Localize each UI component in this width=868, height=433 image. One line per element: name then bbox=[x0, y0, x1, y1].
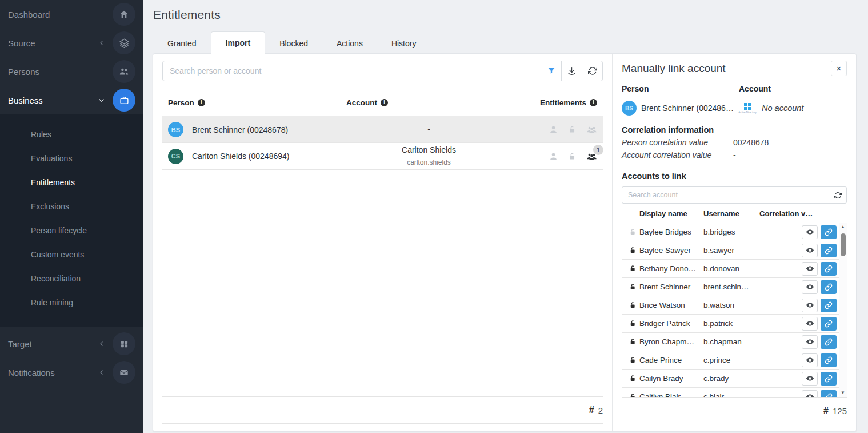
submenu-item-custom-events[interactable]: Custom events bbox=[0, 243, 143, 267]
download-button[interactable] bbox=[561, 61, 582, 81]
account-row[interactable]: Baylee Sawyer b.sawyer bbox=[622, 241, 847, 260]
search-input[interactable] bbox=[162, 61, 541, 81]
accounts-table-body: Baylee Bridges b.bridges Baylee Sawyer b… bbox=[622, 223, 847, 397]
info-icon[interactable]: i bbox=[381, 99, 388, 106]
account-secondary: carlton.shields bbox=[407, 158, 451, 167]
account-row[interactable]: Brice Watson b.watson bbox=[622, 296, 847, 315]
accounts-scrollbar[interactable]: ▲ ▼ bbox=[839, 223, 847, 397]
account-row[interactable]: Caitlyn Blair c.blair bbox=[622, 388, 847, 397]
view-account-button[interactable] bbox=[802, 244, 818, 257]
unlock-icon[interactable] bbox=[567, 125, 577, 134]
sidebar-item-source[interactable]: Source bbox=[0, 29, 143, 57]
account-username: b.chapman bbox=[703, 337, 759, 346]
link-account-button[interactable] bbox=[821, 244, 837, 257]
accounts-refresh-button[interactable] bbox=[829, 186, 847, 204]
submenu-item-exclusions[interactable]: Exclusions bbox=[0, 194, 143, 219]
link-account-button[interactable] bbox=[821, 317, 837, 331]
tab-granted[interactable]: Granted bbox=[153, 33, 211, 55]
column-person: Person bbox=[168, 98, 194, 107]
link-account-button[interactable] bbox=[821, 262, 837, 276]
close-button[interactable]: × bbox=[831, 61, 847, 76]
link-account-button[interactable] bbox=[821, 299, 837, 312]
submenu-item-evaluations[interactable]: Evaluations bbox=[0, 146, 143, 170]
refresh-button[interactable] bbox=[582, 61, 603, 81]
sidebar-item-notifications[interactable]: Notifications bbox=[0, 358, 143, 387]
view-account-button[interactable] bbox=[802, 262, 818, 276]
submenu-item-entitlements[interactable]: Entitlements bbox=[0, 170, 143, 194]
account-search-input[interactable] bbox=[622, 186, 829, 204]
link-account-button[interactable] bbox=[821, 280, 837, 294]
scrollbar-thumb[interactable] bbox=[841, 233, 846, 256]
link-account-button[interactable] bbox=[821, 372, 837, 386]
table-row[interactable]: CS Carlton Shields (00248694) Carlton Sh… bbox=[162, 143, 603, 170]
unlock-icon[interactable] bbox=[567, 152, 577, 161]
view-account-button[interactable] bbox=[802, 317, 818, 331]
submenu-item-rules[interactable]: Rules bbox=[0, 122, 143, 146]
link-account-button[interactable] bbox=[821, 335, 837, 349]
account-row[interactable]: Cailyn Brady c.brady bbox=[622, 370, 847, 388]
view-account-button[interactable] bbox=[802, 353, 818, 367]
link-account-button[interactable] bbox=[821, 390, 837, 398]
person-name: Brent Schinner (00248678) bbox=[192, 125, 288, 134]
link-account-button[interactable] bbox=[821, 225, 837, 239]
account-username: b.donovan bbox=[703, 264, 759, 273]
users-icon[interactable] bbox=[113, 60, 135, 83]
content-card: Person i Account i Entitlements i BS Bre… bbox=[153, 53, 857, 432]
link-account-button[interactable] bbox=[821, 353, 837, 367]
sidebar-item-persons[interactable]: Persons bbox=[0, 57, 143, 86]
account-row[interactable]: Byron Chapm… b.chapman bbox=[622, 333, 847, 351]
unlock-icon bbox=[629, 319, 638, 328]
refresh-icon bbox=[588, 66, 597, 76]
person-icon[interactable] bbox=[549, 125, 558, 134]
avatar: BS bbox=[622, 101, 637, 116]
view-account-button[interactable] bbox=[802, 390, 818, 398]
tab-import[interactable]: Import bbox=[211, 31, 266, 55]
view-account-button[interactable] bbox=[802, 225, 818, 239]
correlation-row: Person correlation value 00248678 bbox=[622, 138, 847, 147]
submenu-item-rule-mining[interactable]: Rule mining bbox=[0, 291, 143, 315]
view-account-button[interactable] bbox=[802, 280, 818, 294]
account-row[interactable]: Bethany Dono… b.donovan bbox=[622, 260, 847, 278]
info-icon[interactable]: i bbox=[198, 99, 205, 106]
account-display-name: Byron Chapm… bbox=[639, 337, 703, 346]
person-icon[interactable] bbox=[549, 152, 558, 161]
account-display-name: Bethany Dono… bbox=[639, 264, 703, 273]
info-icon[interactable]: i bbox=[590, 99, 597, 106]
view-account-button[interactable] bbox=[802, 372, 818, 386]
sidebar-item-business[interactable]: Business bbox=[0, 86, 143, 114]
envelope-icon[interactable] bbox=[113, 361, 135, 384]
avatar: CS bbox=[168, 149, 183, 164]
sidebar-item-dashboard[interactable]: Dashboard bbox=[0, 0, 143, 29]
view-account-button[interactable] bbox=[802, 335, 818, 349]
accounts-table-footer: # 125 bbox=[622, 397, 847, 424]
home-icon[interactable] bbox=[113, 3, 135, 26]
layers-icon[interactable] bbox=[113, 31, 135, 54]
no-account-text: No account bbox=[762, 104, 803, 113]
account-display-name: Cailyn Brady bbox=[639, 374, 703, 383]
tab-blocked[interactable]: Blocked bbox=[265, 33, 322, 55]
accounts-to-link-heading: Accounts to link bbox=[622, 172, 847, 181]
view-account-button[interactable] bbox=[802, 299, 818, 312]
submenu-item-person-lifecycle[interactable]: Person lifecycle bbox=[0, 219, 143, 243]
account-row[interactable]: Cade Prince c.prince bbox=[622, 351, 847, 370]
chevron-left-icon bbox=[98, 369, 105, 376]
account-row[interactable]: Bridger Patrick b.patrick bbox=[622, 315, 847, 333]
group-icon[interactable]: 1 bbox=[586, 151, 597, 162]
briefcase-icon[interactable] bbox=[113, 89, 135, 112]
sidebar-item-target[interactable]: Target bbox=[0, 329, 143, 358]
group-icon[interactable] bbox=[586, 124, 597, 135]
tab-actions[interactable]: Actions bbox=[322, 33, 377, 55]
table-row[interactable]: BS Brent Schinner (00248678) - bbox=[162, 116, 603, 143]
submenu-item-reconciliation[interactable]: Reconciliation bbox=[0, 267, 143, 291]
tab-bar: Granted Import Blocked Actions History bbox=[153, 31, 430, 55]
account-row[interactable]: Brent Schinner brent.schin… bbox=[622, 278, 847, 296]
filter-button[interactable] bbox=[541, 61, 562, 81]
unlock-icon bbox=[629, 301, 638, 309]
people-table-body: BS Brent Schinner (00248678) - bbox=[162, 116, 603, 170]
tab-history[interactable]: History bbox=[377, 33, 431, 55]
unlock-icon bbox=[629, 228, 638, 236]
grid-icon[interactable] bbox=[113, 332, 135, 355]
scroll-up-arrow-icon[interactable]: ▲ bbox=[841, 223, 845, 231]
scroll-down-arrow-icon[interactable]: ▼ bbox=[841, 389, 845, 397]
account-row[interactable]: Baylee Bridges b.bridges bbox=[622, 223, 847, 241]
